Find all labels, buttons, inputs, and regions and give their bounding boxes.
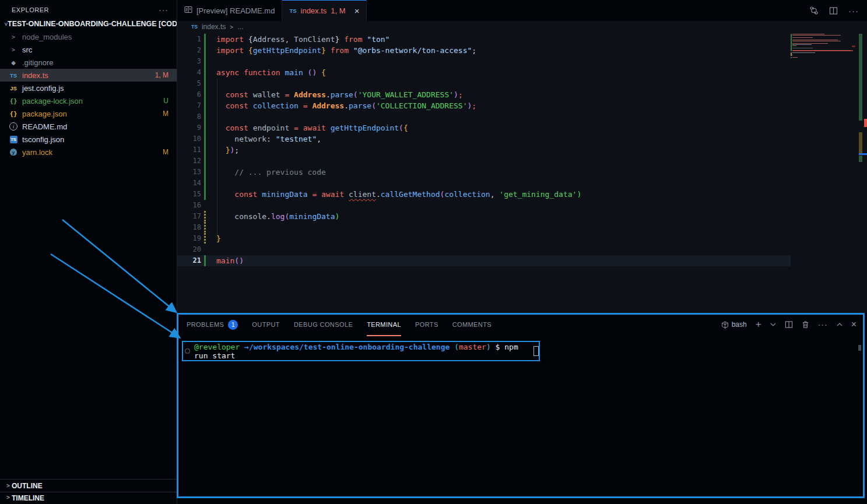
panel-tab-comments[interactable]: COMMENTS (452, 318, 492, 332)
terminal-cursor (533, 346, 539, 356)
file-icon: y (7, 149, 20, 156)
code-text: network: "testnet", (216, 133, 321, 144)
terminal-shell-selector[interactable]: bash (721, 320, 747, 329)
code-line-10[interactable]: 10 network: "testnet", (177, 133, 867, 144)
sidebar-item-package-json[interactable]: {}package.jsonM (0, 107, 177, 120)
sidebar-item-jest-config-js[interactable]: JSjest.config.js (0, 82, 177, 94)
line-number: 18 (177, 222, 201, 233)
line-number: 10 (177, 133, 201, 144)
code-token: getHttpEndpoint (331, 124, 399, 132)
gutter-added-mark (204, 78, 206, 89)
code-line-12[interactable]: 12 (177, 156, 867, 167)
more-actions-icon[interactable]: ··· (848, 6, 859, 16)
chevron-right-icon: > (10, 34, 17, 40)
code-lines: 1import {Address, TonClient} from "ton"2… (177, 34, 867, 266)
open-changes-icon[interactable] (809, 6, 819, 15)
code-line-7[interactable]: 7 const collection = Address.parse('COLL… (177, 100, 867, 111)
sidebar-section-timeline[interactable]: > TIMELINE (0, 492, 177, 504)
line-number: 13 (177, 167, 201, 178)
split-editor-icon[interactable] (829, 6, 838, 15)
chevron-down-icon[interactable] (770, 322, 776, 327)
panel-tab-problems[interactable]: PROBLEMS1 (187, 318, 238, 332)
file-label: README.md (22, 122, 67, 131)
code-token: . (266, 212, 271, 221)
code-line-8[interactable]: 8 (177, 111, 867, 122)
prompt-segment: ( (450, 343, 459, 351)
code-token: getHttpEndpoint (253, 46, 321, 55)
prompt-segment: ) (486, 343, 491, 351)
code-line-1[interactable]: 1import {Address, TonClient} from "ton" (177, 34, 867, 45)
code-line-17[interactable]: 17 console.log(miningData) (177, 211, 867, 222)
trash-icon[interactable] (802, 320, 809, 329)
breadcrumb[interactable]: TS index.ts > ... (177, 21, 867, 33)
workspace-root-row[interactable]: > TEST-ONLINE-ONBOARDING-CHALLENGE [CODE… (0, 17, 177, 30)
code-line-2[interactable]: 2import {getHttpEndpoint} from "@orbs-ne… (177, 45, 867, 56)
maximize-panel-icon[interactable] (837, 322, 843, 327)
ruler-mark-modified (859, 132, 862, 153)
ruler-mark-added (859, 34, 862, 121)
tab-readme-preview[interactable]: [Preview] README.md (177, 0, 282, 21)
code-token: "ton" (367, 35, 389, 44)
code-line-14[interactable]: 14 (177, 178, 867, 189)
code-text: } (216, 233, 221, 244)
code-line-11[interactable]: 11 }); (177, 144, 867, 156)
minimap-line-bar (792, 34, 824, 34)
panel-tab-terminal[interactable]: TERMINAL (367, 318, 401, 332)
panel-tab-debug-console[interactable]: DEBUG CONSOLE (294, 318, 353, 332)
sidebar-item-package-lock-json[interactable]: {}package-lock.jsonU (0, 94, 177, 107)
terminal-prompt[interactable]: @reveloper →/workspaces/test-online-onbo… (182, 341, 540, 361)
code-line-15[interactable]: 15 const miningData = await client.callG… (177, 189, 867, 200)
code-line-20[interactable]: 20 (177, 244, 867, 255)
code-line-5[interactable]: 5 (177, 78, 867, 89)
code-token (216, 124, 226, 132)
code-line-9[interactable]: 9 const endpoint = await getHttpEndpoint… (177, 122, 867, 133)
code-line-21[interactable]: 21main() (177, 255, 867, 266)
sidebar-item-readme-md[interactable]: iREADME.md (0, 120, 177, 133)
code-line-19[interactable]: 19} (177, 233, 867, 244)
explorer-more-actions-icon[interactable]: ··· (159, 8, 169, 12)
sidebar-section-outline[interactable]: > OUTLINE (0, 479, 177, 492)
more-actions-icon[interactable]: ··· (818, 320, 828, 329)
close-icon[interactable]: × (354, 6, 360, 16)
minimap-line-bar (792, 57, 798, 58)
workspace-root-label: TEST-ONLINE-ONBOARDING-CHALLENGE [CODESP… (8, 20, 177, 28)
terminal-scrollbar[interactable] (858, 345, 861, 351)
code-line-6[interactable]: 6 const wallet = Address.parse('YOUR_WAL… (177, 89, 867, 100)
sidebar-item-node-modules[interactable]: >node_modules (0, 30, 177, 43)
gutter-added-mark (204, 144, 206, 156)
sidebar-item--gitignore[interactable]: ◆.gitignore (0, 56, 177, 69)
overview-ruler[interactable] (851, 33, 867, 313)
minimap[interactable] (792, 34, 854, 58)
code-line-16[interactable]: 16 (177, 200, 867, 211)
file-label: src (22, 45, 32, 54)
code-token: function (244, 68, 285, 77)
editor-tabbar: [Preview] README.mdTSindex.ts1, M× ··· (177, 0, 867, 21)
sidebar-item-yarn-lock[interactable]: yyarn.lockM (0, 146, 177, 158)
panel-tab-output[interactable]: OUTPUT (252, 318, 280, 332)
panel-header: PROBLEMS1OUTPUTDEBUG CONSOLETERMINALPORT… (177, 313, 867, 336)
file-icon: i (7, 122, 20, 131)
sidebar-item-src[interactable]: >src (0, 43, 177, 56)
code-line-4[interactable]: 4async function main () { (177, 67, 867, 78)
outline-label: OUTLINE (12, 482, 43, 490)
tab-index-ts[interactable]: TSindex.ts1, M× (282, 0, 367, 21)
split-terminal-icon[interactable] (785, 320, 793, 329)
code-token: const (226, 124, 253, 132)
sidebar-item-tsconfig-json[interactable]: TStsconfig.json (0, 133, 177, 146)
code-line-13[interactable]: 13 // ... previous code (177, 167, 867, 178)
sidebar-item-index-ts[interactable]: TSindex.ts1, M (0, 69, 177, 82)
new-terminal-icon[interactable]: + (756, 319, 761, 330)
code-line-3[interactable]: 3 (177, 56, 867, 67)
panel-tab-ports[interactable]: PORTS (415, 318, 438, 332)
code-token: ; (234, 146, 239, 154)
code-token: main (285, 68, 307, 77)
code-token: const (234, 190, 262, 199)
code-token (216, 101, 226, 110)
file-label: index.ts (22, 71, 48, 80)
file-label: yarn.lock (22, 148, 52, 157)
line-number: 6 (177, 89, 201, 100)
code-token: ; (472, 101, 476, 110)
code-line-18[interactable]: 18 (177, 222, 867, 233)
code-editor[interactable]: 1import {Address, TonClient} from "ton"2… (177, 33, 867, 313)
close-panel-icon[interactable]: × (851, 319, 857, 330)
